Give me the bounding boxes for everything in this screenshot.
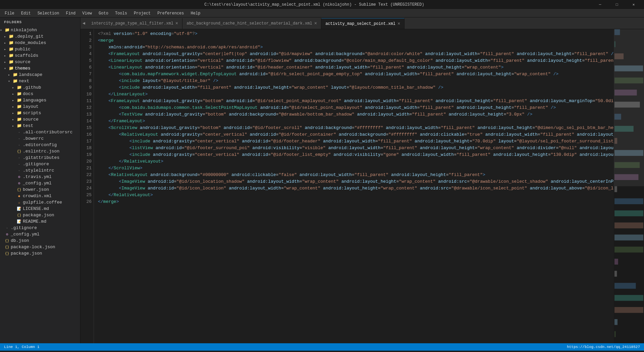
tree-item[interactable]: ·.gitattributes <box>0 155 80 161</box>
tree-item[interactable]: ·.bowerrc <box>0 135 80 142</box>
tree-item[interactable]: {}db.json <box>0 237 80 244</box>
window-controls: ─ □ ✕ <box>592 0 641 9</box>
tree-item[interactable]: ⚙_config.yml <box>0 180 80 186</box>
minimize-button[interactable]: ─ <box>592 0 608 9</box>
close-button[interactable]: ✕ <box>626 0 641 9</box>
tree-item-label: package.json <box>11 251 42 256</box>
tree-item[interactable]: ·.all-contributorsrc <box>0 129 80 135</box>
tree-arrow-icon: ▸ <box>4 47 8 51</box>
tab[interactable]: activity_map_select_point.xml× <box>321 18 405 29</box>
tree-item[interactable]: ·.gitignore <box>0 225 80 231</box>
tree-item[interactable]: ▸📁scripts <box>0 110 80 116</box>
line-number: 10 <box>80 91 92 98</box>
tab[interactable]: abc_background_cache_hint_selector_mater… <box>182 18 321 29</box>
menu-item-tools[interactable]: Tools <box>112 10 130 16</box>
tree-item[interactable]: {}package.json <box>0 212 80 218</box>
tree-arrow-icon: ▸ <box>12 92 16 96</box>
tree-item-label: package.json <box>23 213 54 218</box>
tab-close-icon[interactable]: × <box>314 21 317 26</box>
line-number: 16 <box>80 131 92 138</box>
tree-arrow-icon: ▾ <box>4 67 8 71</box>
tree-item[interactable]: ◆crowdin.xml <box>0 193 80 199</box>
tree-item-label: package-lock.json <box>11 245 55 250</box>
tree-item[interactable]: ▸📁source <box>0 116 80 123</box>
tree-item[interactable]: {}package.json <box>0 250 80 257</box>
title-text: C:\test\res\layout\activity_map_select_p… <box>36 2 592 7</box>
tab-label: intercity_page_type_all_filter.xml <box>91 21 173 26</box>
tree-item[interactable]: {}.eslintrc.json <box>0 148 80 155</box>
tree-item[interactable]: {}bower.json <box>0 186 80 193</box>
code-line: <RelativeLayout android:gravity="center_… <box>98 131 614 138</box>
tree-item[interactable]: ⚙.travis.yml <box>0 174 80 180</box>
menu-item-project[interactable]: Project <box>130 10 154 16</box>
tree-item[interactable]: ▸📁test <box>0 123 80 129</box>
minimap <box>614 29 644 343</box>
tree-item[interactable]: ▸📁scaffolds <box>0 52 80 59</box>
menu-item-view[interactable]: View <box>79 10 95 16</box>
tree-item[interactable]: ▾📁themes <box>0 65 80 72</box>
folder-icon: 📁 <box>8 40 14 45</box>
sidebar-header: FOLDERS <box>0 17 80 27</box>
tree-item-label: source <box>23 117 39 122</box>
code-line: <ImageView android:id="@id/icon_location… <box>98 178 614 185</box>
tree-item[interactable]: ▸📁docs <box>0 91 80 97</box>
tree-item[interactable]: ·.gitignore <box>0 161 80 167</box>
menu-item-selection[interactable]: Selection <box>34 10 63 16</box>
tree-item-label: .all-contributorsrc <box>23 130 72 135</box>
file-icon: · <box>4 226 10 230</box>
tree-item[interactable]: {}package-lock.json <box>0 244 80 250</box>
line-number: 17 <box>80 138 92 145</box>
line-number: 13 <box>80 111 92 118</box>
tree-arrow-icon: ▸ <box>8 73 12 77</box>
tree-item[interactable]: ▸📁public <box>0 46 80 52</box>
tree-item[interactable]: ▸📁layout <box>0 103 80 110</box>
minimap-canvas <box>614 29 644 343</box>
tree-item[interactable]: ▾📁nikolajohn <box>0 27 80 33</box>
tree-item-label: _config.yml <box>23 181 52 186</box>
menu-item-help[interactable]: Help <box>187 10 204 16</box>
tree-item[interactable]: ·.stylelintrc <box>0 167 80 174</box>
file-icon: · <box>16 156 22 160</box>
tree-arrow-icon: ▾ <box>0 28 4 32</box>
code-line: <FrameLayout android:layout_gravity="cen… <box>98 51 614 57</box>
tab-close-icon[interactable]: × <box>175 21 178 26</box>
line-number: 7 <box>80 71 92 78</box>
tree-item-label: crowdin.xml <box>23 193 52 199</box>
tree-item[interactable]: ▸📁.deploy_git <box>0 33 80 40</box>
tab-close-icon[interactable]: × <box>397 21 400 27</box>
menu-item-file[interactable]: File <box>1 10 18 16</box>
tree-item[interactable]: 📝README.md <box>0 218 80 225</box>
tree-item[interactable]: ▸📁landscape <box>0 72 80 78</box>
tree-item-label: .gitignore <box>23 162 49 167</box>
tab[interactable]: intercity_page_type_all_filter.xml× <box>87 18 182 29</box>
menu-item-goto[interactable]: Goto <box>95 10 112 16</box>
tree-item-label: scaffolds <box>15 53 38 58</box>
code-line: </RelativeLayout> <box>98 192 614 199</box>
tree-item[interactable]: ▸📁languages <box>0 97 80 103</box>
code-area[interactable]: <?xml version="1.0" encoding="utf-8"?><m… <box>94 29 614 343</box>
folder-icon: 📁 <box>16 111 22 116</box>
line-number: 15 <box>80 125 92 131</box>
tab-nav-left[interactable]: ◀ <box>80 17 87 29</box>
menu-item-edit[interactable]: Edit <box>18 10 34 16</box>
maximize-button[interactable]: □ <box>609 0 625 9</box>
tree-item[interactable]: ▾📁next <box>0 78 80 84</box>
tree-item-label: docs <box>23 91 33 96</box>
tree-item[interactable]: ·.editorconfig <box>0 142 80 148</box>
menu-item-find[interactable]: Find <box>62 10 79 16</box>
tree-item[interactable]: ☕gulpfile.coffee <box>0 199 80 206</box>
file-icon: · <box>16 130 22 134</box>
editor-content: 1234567891011121314151617181920212223242… <box>80 29 644 343</box>
file-icon: ◆ <box>16 194 22 198</box>
tree-item[interactable]: ▸📁.github <box>0 84 80 91</box>
menu-item-preferences[interactable]: Preferences <box>154 10 187 16</box>
code-line: </ScrollView> <box>98 165 614 172</box>
code-line: <FrameLayout android:layout_gravity="bot… <box>98 98 614 104</box>
tree-item[interactable]: 📝LICENSE.md <box>0 206 80 212</box>
code-line: <include layout="@layout/title_bar" /> <box>98 78 614 84</box>
tree-item[interactable]: ▸📁source <box>0 59 80 65</box>
file-icon: ⚙ <box>16 181 22 185</box>
tree-item[interactable]: ▸📁node_modules <box>0 40 80 46</box>
tree-item[interactable]: ⚙_config.yml <box>0 231 80 237</box>
line-number: 3 <box>80 44 92 51</box>
